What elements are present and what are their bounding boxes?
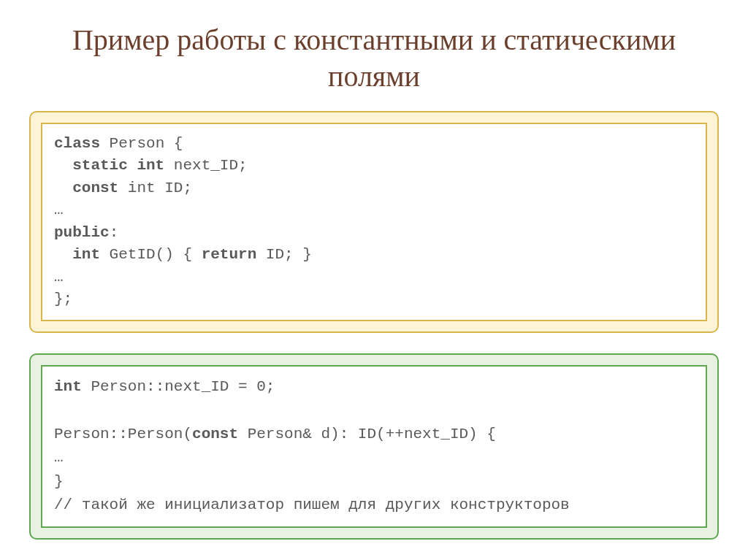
code-text: GetID() {	[100, 246, 202, 263]
code-text: const	[54, 180, 118, 196]
code-text: ID; }	[256, 246, 312, 263]
code-text: …	[54, 269, 64, 285]
code-text: Person::Person(	[54, 426, 192, 442]
code-text: …	[54, 202, 64, 218]
code-text: Person& d): ID(++next_ID) {	[238, 426, 496, 442]
code-text: public	[54, 224, 110, 241]
code-text: static int	[54, 157, 164, 174]
code-text: :	[110, 224, 119, 241]
code-block-green: int Person::next_ID = 0; Person::Person(…	[29, 353, 719, 540]
code-text: class	[54, 135, 100, 152]
code-text: // такой же инициализатор пишем для друг…	[54, 496, 570, 513]
code-block-yellow-inner: class Person { static int next_ID; const…	[41, 123, 707, 321]
code-text: }	[54, 473, 64, 490]
code-text	[54, 402, 64, 418]
code-text: const	[192, 426, 238, 442]
code-text: int	[54, 246, 100, 263]
slide-title: Пример работы с константными и статическ…	[29, 22, 719, 95]
code-text: next_ID;	[164, 157, 247, 174]
code-text: int	[54, 378, 82, 395]
code-text: int ID;	[118, 180, 192, 196]
code-block-yellow: class Person { static int next_ID; const…	[29, 111, 719, 333]
code-text: …	[54, 449, 64, 466]
code-text: };	[54, 291, 72, 307]
code-text: return	[202, 246, 257, 263]
code-text: Person {	[100, 135, 183, 152]
code-text: Person::next_ID = 0;	[82, 378, 275, 395]
code-block-green-inner: int Person::next_ID = 0; Person::Person(…	[41, 365, 707, 528]
slide: Пример работы с константными и статическ…	[0, 0, 748, 560]
